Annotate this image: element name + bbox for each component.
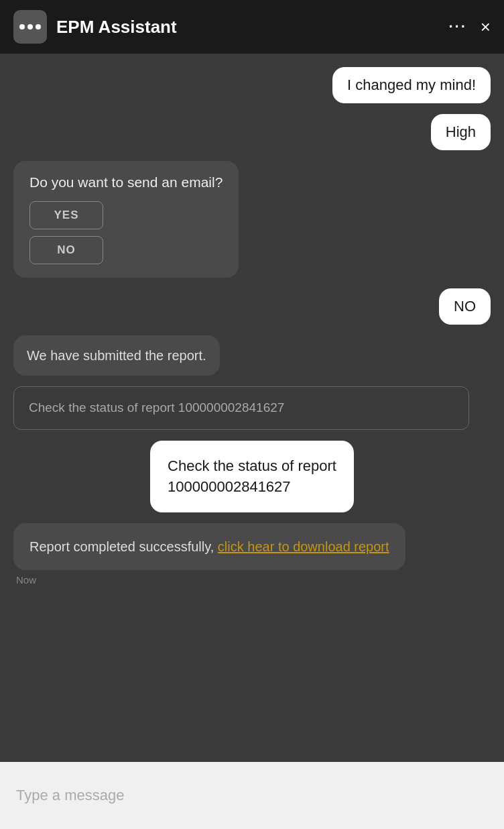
message-text: I changed my mind! (347, 76, 476, 93)
bot-bubble: We have submitted the report. (13, 335, 220, 376)
bot-question: Do you want to send an email? (29, 174, 223, 190)
message-text: Check the status of report 1000000028416… (29, 400, 284, 414)
more-options-button[interactable]: ··· (448, 18, 466, 36)
yes-button[interactable]: YES (29, 201, 103, 229)
message-row: We have submitted the report. (13, 335, 491, 376)
no-button[interactable]: NO (29, 236, 103, 264)
message-line2: 100000002841627 (168, 478, 291, 495)
app-icon (13, 10, 47, 44)
message-row: Check the status of report 1000000028416… (13, 441, 491, 513)
dot-2 (27, 24, 33, 30)
input-display-bubble: Check the status of report 1000000028416… (13, 386, 469, 430)
chat-header: EPM Assistant ··· × (0, 0, 504, 54)
message-text-before: Report completed successfully, (29, 539, 218, 554)
message-input-area[interactable]: Type a message (0, 762, 504, 829)
bot-bubble-with-buttons: Do you want to send an email? YES NO (13, 161, 239, 278)
message-row: Report completed successfully, click hea… (13, 523, 491, 586)
close-button[interactable]: × (481, 17, 491, 38)
message-timestamp: Now (16, 574, 36, 586)
chat-area: I changed my mind! High Do you want to s… (0, 54, 504, 762)
message-row: I changed my mind! (13, 67, 491, 103)
app-title: EPM Assistant (56, 17, 448, 38)
header-actions: ··· × (448, 17, 491, 38)
dot-1 (19, 24, 25, 30)
message-row: Do you want to send an email? YES NO (13, 161, 491, 278)
message-input-placeholder: Type a message (16, 787, 124, 804)
bot-completed-bubble: Report completed successfully, click hea… (13, 523, 405, 570)
chat-icon (19, 24, 41, 30)
download-report-link[interactable]: click hear to download report (218, 539, 389, 554)
message-text: We have submitted the report. (27, 348, 206, 363)
user-bubble: High (431, 114, 491, 150)
dot-3 (36, 24, 41, 30)
message-line1: Check the status of report (168, 457, 336, 474)
white-bubble: Check the status of report 1000000028416… (150, 441, 354, 513)
user-bubble: NO (439, 288, 491, 325)
message-row: High (13, 114, 491, 150)
message-text: NO (454, 298, 476, 315)
message-row: NO (13, 288, 491, 325)
message-row: Check the status of report 1000000028416… (13, 386, 491, 430)
user-bubble: I changed my mind! (332, 67, 491, 103)
message-text: High (446, 123, 476, 140)
